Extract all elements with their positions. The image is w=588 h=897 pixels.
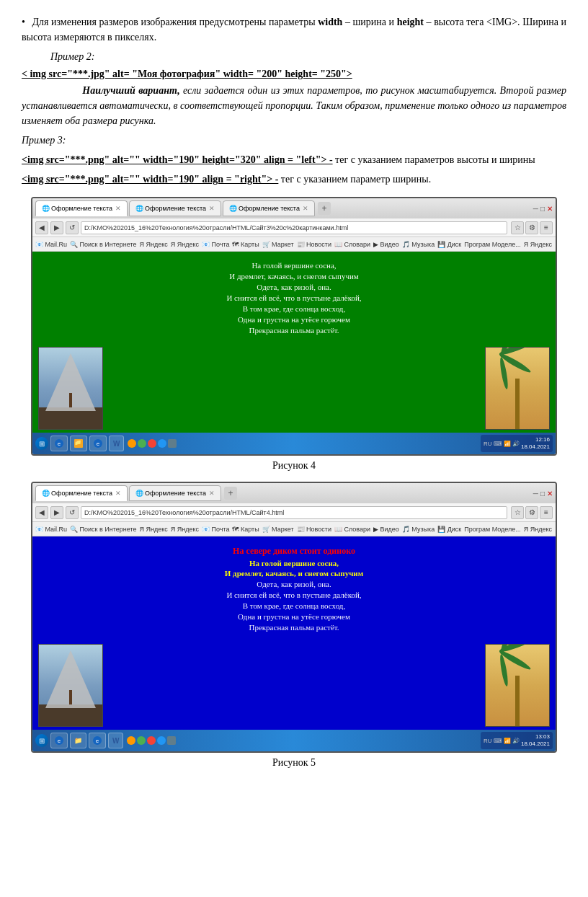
bookmark-news-5[interactable]: 📰 Новости [297,526,331,533]
bookmark-programs-5[interactable]: Програм Моделе... [464,526,521,533]
taskbar-folder-4[interactable]: 📁 [70,436,87,451]
tab-close-1[interactable]: ✕ [115,205,121,212]
browser-tab2-5[interactable]: 🌐 Оформление текста ✕ [129,485,221,501]
maximize-btn[interactable]: □ [540,205,545,213]
poem-line-w4-5: И снится ей всё, что в пустыне далёкой, [47,591,541,599]
start-button-4[interactable]: ⊞ [35,437,48,450]
taskbar-icon-gray[interactable] [168,439,177,448]
settings-button[interactable]: ⚙ [525,221,538,234]
content-area: • Для изменения размеров изображения пре… [22,14,566,769]
poem-area-5: На севере диком стоит одиноко На голой в… [32,536,556,641]
taskbar-word-5[interactable]: W [108,733,123,748]
refresh-button-5[interactable]: ↺ [66,506,79,519]
maximize-btn-5[interactable]: □ [540,490,545,498]
poem-line-w6-5: Одна и грустна на утёсе горючем [47,612,541,621]
code-line2-rest: тег с указанием параметров высоты и шири… [335,154,535,165]
taskbar-word-4[interactable]: W [109,436,124,451]
menu-button[interactable]: ≡ [540,221,553,234]
start-button-5[interactable]: ⊞ [35,734,48,747]
close-btn[interactable]: ✕ [547,205,553,213]
taskbar-icon-red-5[interactable] [147,736,156,745]
poem-line-yellow1-5: На голой вершине сосна, [47,559,541,567]
address-bar-4[interactable]: D:/KMO%202015_16%20Технология%20отрасли/… [81,221,507,234]
bookmark-disk-5[interactable]: 💾 Диск [437,526,461,533]
taskbar-icon-green-5[interactable] [137,736,146,745]
tab-close-2[interactable]: ✕ [209,205,215,212]
browser-bookmarks-5: 📧 Mail.Ru 🔍 Поиск в Интернете Я Яндекс Я… [32,522,556,536]
browser-bookmarks-4: 📧 Mail.Ru 🔍 Поиск в Интернете Я Яндекс Я… [32,237,556,252]
address-bar-5[interactable]: D:/KMO%202015_16%20Технология%20отрасли/… [81,506,507,519]
bookmark-yandex1[interactable]: Я Яндекс [139,241,167,248]
width-keyword: width [318,17,342,27]
bookmark-news[interactable]: 📰 Новости [297,241,331,248]
taskbar-5: ⊞ e 📁 e W [32,730,556,751]
bookmark-yandex2-5[interactable]: Я Яндекс [171,526,199,533]
bookmark-video-5[interactable]: ▶ Видео [373,526,399,533]
taskbar-ie2-4[interactable]: e [89,436,107,451]
taskbar-icon-gray-5[interactable] [167,736,176,745]
poem-line-red-5: На севере диком стоит одиноко [47,546,541,557]
bookmark-maps[interactable]: 🗺 Карты [232,241,259,248]
bookmark-yandex1-5[interactable]: Я Яндекс [139,526,167,533]
figure5-container: 🌐 Оформление текста ✕ 🌐 Оформление текст… [22,482,566,769]
bookmark-video[interactable]: ▶ Видео [373,241,399,248]
refresh-button[interactable]: ↺ [66,221,79,234]
bookmark-mail[interactable]: 📧 Mail.Ru [35,241,67,248]
intro-text-before: Для изменения размеров изображения преду… [32,17,315,27]
settings-button-5[interactable]: ⚙ [525,506,538,519]
bookmark-yandex3[interactable]: Я Яндекс [524,241,552,248]
poem-line-w3-5: Одета, как ризой, она. [47,580,541,588]
snow-tree-image [38,347,103,430]
browser-tab1-5[interactable]: 🌐 Оформление текста ✕ [35,485,128,501]
taskbar-icon-green[interactable] [138,439,146,448]
tray-ru-5: RU [484,738,492,744]
taskbar-icon-red[interactable] [148,439,156,448]
browser-navbar-5: ◀ ▶ ↺ D:/KMO%202015_16%20Технология%20от… [32,503,556,522]
bookmark-yandex3-5[interactable]: Я Яндекс [524,526,552,533]
figure4-caption: Рисунок 4 [22,460,566,472]
bookmark-dict-5[interactable]: 📖 Словари [334,526,370,533]
bookmark-dict[interactable]: 📖 Словари [334,241,370,248]
bookmark-maps-5[interactable]: 🗺 Карты [232,526,259,533]
taskbar-ie-5[interactable]: e [50,733,68,748]
bookmark-market-5[interactable]: 🛒 Маркет [262,526,294,533]
star-button[interactable]: ☆ [511,221,524,234]
tab-close-3[interactable]: ✕ [303,205,308,212]
bookmark-mail2-5[interactable]: 📧 Почта [202,526,230,533]
close-btn-5[interactable]: ✕ [547,490,553,498]
bookmark-mail-5[interactable]: 📧 Mail.Ru [35,526,67,533]
new-tab-button-5[interactable]: + [224,487,237,500]
poem-line-4-4: И снится ей всё, что в пустыне далёкой, [47,293,541,302]
bookmark-mail2[interactable]: 📧 Почта [202,241,230,248]
new-tab-button[interactable]: + [318,202,331,215]
taskbar-icon-orange[interactable] [128,439,136,448]
minimize-btn[interactable]: ─ [533,205,538,213]
forward-button[interactable]: ▶ [50,221,63,234]
taskbar-ie-4[interactable]: e [50,436,68,451]
taskbar-folder-5[interactable]: 📁 [70,733,86,748]
tab-close-5-2[interactable]: ✕ [209,490,215,497]
bookmark-music[interactable]: 🎵 Музыка [402,241,435,248]
back-button[interactable]: ◀ [35,221,48,234]
bookmark-yandex2[interactable]: Я Яндекс [171,241,199,248]
taskbar-icon-orange-5[interactable] [127,736,135,745]
menu-button-5[interactable]: ≡ [540,506,553,519]
browser-tab1-4[interactable]: 🌐 Оформление текста ✕ [35,200,128,216]
minimize-btn-5[interactable]: ─ [533,490,538,498]
tab-close-5-1[interactable]: ✕ [115,490,121,497]
taskbar-icon-blue[interactable] [158,439,166,448]
bookmark-disk[interactable]: 💾 Диск [437,241,461,248]
bookmark-market[interactable]: 🛒 Маркет [262,241,294,248]
browser-tab2-4[interactable]: 🌐 Оформление текста ✕ [129,200,221,216]
star-button-5[interactable]: ☆ [511,506,524,519]
bookmark-programs[interactable]: Програм Моделе... [464,241,521,248]
bookmark-music-5[interactable]: 🎵 Музыка [402,526,435,533]
back-button-5[interactable]: ◀ [35,506,48,519]
forward-button-5[interactable]: ▶ [50,506,63,519]
taskbar-icon-blue-5[interactable] [157,736,166,745]
bookmark-search-5[interactable]: 🔍 Поиск в Интернете [70,526,136,533]
code-example3-line1: <img src="***.png" alt="" width="190" he… [22,152,566,167]
taskbar-ie2-5[interactable]: e [89,733,106,748]
bookmark-search[interactable]: 🔍 Поиск в Интернете [70,241,136,248]
browser-tab3-4[interactable]: 🌐 Оформление текста ✕ [223,200,315,216]
